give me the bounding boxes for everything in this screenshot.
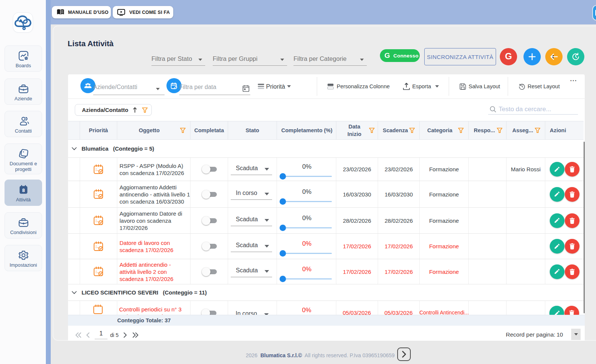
svg-text:8: 8 (22, 187, 24, 193)
